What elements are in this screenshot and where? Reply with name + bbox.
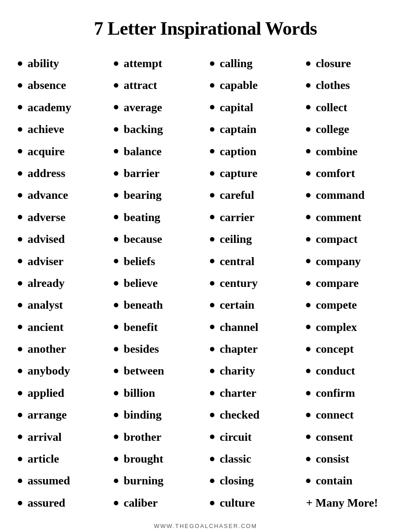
list-item: careful — [210, 184, 297, 206]
word-text: analyst — [28, 294, 63, 316]
bullet-icon — [18, 303, 22, 307]
word-text: comfort — [316, 162, 355, 184]
word-text: billion — [124, 382, 155, 404]
bullet-icon — [114, 435, 118, 439]
bullet-icon — [210, 149, 214, 153]
word-text: caliber — [124, 492, 158, 514]
bullet-icon — [18, 215, 22, 219]
list-item: already — [18, 272, 105, 294]
list-item: compare — [306, 272, 393, 294]
bullet-icon — [210, 215, 214, 219]
list-item: academy — [18, 97, 105, 118]
list-item: assumed — [18, 470, 105, 492]
word-text: college — [316, 118, 349, 140]
bullet-icon — [114, 149, 118, 153]
list-item: article — [18, 448, 105, 470]
word-text: ceiling — [220, 228, 252, 250]
word-text: careful — [220, 184, 254, 206]
bullet-icon — [306, 237, 310, 242]
bullet-icon — [210, 193, 214, 197]
list-item: burning — [114, 470, 201, 492]
word-text: captain — [220, 118, 256, 140]
list-item: between — [114, 360, 201, 382]
word-text: company — [316, 250, 361, 272]
bullet-icon — [210, 127, 214, 132]
word-text: absence — [28, 74, 66, 96]
list-item: collect — [306, 97, 393, 118]
list-item: circuit — [210, 426, 297, 448]
bullet-icon — [210, 369, 214, 373]
bullet-icon — [114, 501, 118, 505]
bullet-icon — [114, 105, 118, 109]
word-text: because — [124, 228, 162, 250]
word-text: average — [124, 97, 162, 118]
list-item: beneath — [114, 294, 201, 316]
bullet-icon — [18, 149, 22, 153]
list-item: attract — [114, 74, 201, 96]
word-text: besides — [124, 338, 159, 360]
bullet-icon — [210, 413, 214, 417]
word-text: beliefs — [124, 250, 155, 272]
list-item: company — [306, 250, 393, 272]
bullet-icon — [306, 369, 310, 373]
bullet-icon — [114, 61, 118, 66]
word-text: century — [220, 272, 258, 294]
bullet-icon — [114, 193, 118, 197]
list-item: address — [18, 162, 105, 184]
bullet-icon — [114, 347, 118, 351]
word-grid: abilityabsenceacademyachieveacquireaddre… — [13, 52, 398, 514]
list-item: consent — [306, 426, 393, 448]
bullet-icon — [306, 435, 310, 439]
list-item: confirm — [306, 382, 393, 404]
list-item: comfort — [306, 162, 393, 184]
column-2: attemptattractaveragebackingbalancebarri… — [109, 52, 206, 514]
list-item: capture — [210, 162, 297, 184]
word-text: beneath — [124, 294, 163, 316]
bullet-icon — [306, 479, 310, 483]
list-item: because — [114, 228, 201, 250]
word-text: barrier — [124, 162, 160, 184]
list-item: carrier — [210, 206, 297, 228]
word-text: between — [124, 360, 164, 382]
word-text: brother — [124, 426, 161, 448]
bullet-icon — [18, 457, 22, 461]
bullet-icon — [210, 391, 214, 395]
word-text: arrange — [28, 404, 67, 426]
list-item: analyst — [18, 294, 105, 316]
word-text: capable — [220, 74, 258, 96]
list-item: assured — [18, 492, 105, 514]
list-item: connect — [306, 404, 393, 426]
word-text: applied — [28, 382, 64, 404]
word-text: compact — [316, 228, 358, 250]
word-text: connect — [316, 404, 354, 426]
word-text: compare — [316, 272, 359, 294]
list-item: besides — [114, 338, 201, 360]
word-text: assured — [28, 492, 65, 514]
list-item: comment — [306, 206, 393, 228]
word-text: contain — [316, 470, 352, 492]
word-text: clothes — [316, 74, 350, 96]
list-item: bearing — [114, 184, 201, 206]
bullet-icon — [114, 237, 118, 242]
bullet-icon — [114, 215, 118, 219]
bullet-icon — [18, 325, 22, 329]
list-item: command — [306, 184, 393, 206]
word-text: ability — [28, 52, 59, 74]
bullet-icon — [306, 61, 310, 66]
list-item: backing — [114, 118, 201, 140]
word-text: charter — [220, 382, 256, 404]
bullet-icon — [210, 83, 214, 88]
word-text: consent — [316, 426, 353, 448]
word-text: ancient — [28, 316, 64, 338]
list-item: attempt — [114, 52, 201, 74]
bullet-icon — [18, 83, 22, 88]
word-text: already — [28, 272, 64, 294]
list-item: ancient — [18, 316, 105, 338]
word-text: attract — [124, 74, 157, 96]
bullet-icon — [306, 193, 310, 197]
column-3: callingcapablecapitalcaptaincaptioncaptu… — [206, 52, 302, 514]
list-item: average — [114, 97, 201, 118]
word-text: bearing — [124, 184, 161, 206]
list-item: compact — [306, 228, 393, 250]
bullet-icon — [306, 413, 310, 417]
